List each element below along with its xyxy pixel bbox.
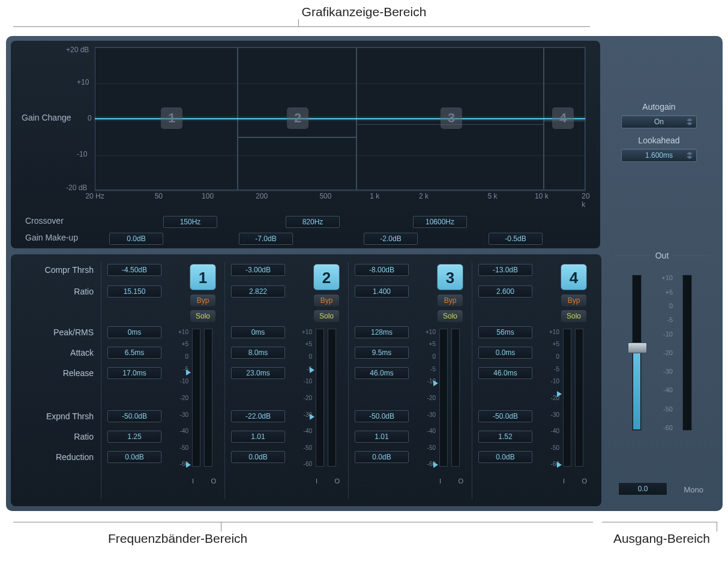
output-fader-knob[interactable] bbox=[628, 342, 647, 353]
peak-rms-field[interactable]: 0ms bbox=[107, 326, 161, 338]
input-meter bbox=[192, 329, 200, 467]
band-number-3[interactable]: 3 bbox=[441, 107, 462, 129]
peak-rms-field[interactable]: 0ms bbox=[231, 326, 285, 338]
parameter-labels: Compr Thrsh Ratio Peak/RMS Attack Releas… bbox=[17, 262, 101, 499]
expnd-thrsh-field[interactable]: -50.0dB bbox=[478, 410, 532, 422]
release-field[interactable]: 17.0ms bbox=[107, 367, 161, 379]
band-meter: +10 +5 0 -5 -10 -20 -30 -40 -50 -60 IO bbox=[294, 329, 342, 485]
y-tick: +10 bbox=[77, 78, 89, 86]
autogain-dropdown[interactable]: On bbox=[621, 115, 697, 128]
annotation-top-label: Grafikanzeige-Bereich bbox=[0, 0, 728, 20]
compr-threshold-marker-icon[interactable] bbox=[310, 367, 314, 373]
gain-makeup-3-field[interactable]: -2.0dB bbox=[364, 233, 418, 245]
reduction-field[interactable]: 0.0dB bbox=[231, 451, 285, 463]
gain-makeup-2-field[interactable]: -7.0dB bbox=[239, 233, 293, 245]
band-column-4: -13.0dB 2.600 4 Byp Solo 56ms 0.0ms 46.0… bbox=[472, 262, 595, 499]
band-number-1[interactable]: 1 bbox=[161, 107, 182, 129]
graphic-display-area: Gain Change +20 dB +10 0 -10 -20 dB bbox=[11, 41, 600, 248]
bypass-button[interactable]: Byp bbox=[437, 294, 463, 307]
y-tick: -20 dB bbox=[66, 184, 87, 192]
band-badge-1[interactable]: 1 bbox=[190, 264, 216, 290]
crossover-3-field[interactable]: 10600Hz bbox=[413, 216, 467, 228]
y-tick: 0 bbox=[88, 114, 92, 122]
plugin-window: Gain Change +20 dB +10 0 -10 -20 dB bbox=[6, 36, 723, 511]
band-badge-3[interactable]: 3 bbox=[437, 264, 463, 290]
reduction-field[interactable]: 0.0dB bbox=[355, 451, 409, 463]
input-meter bbox=[439, 329, 448, 467]
output-title: Out bbox=[606, 251, 718, 260]
compr-ratio-field[interactable]: 15.150 bbox=[107, 286, 161, 297]
annotation-output-label: Ausgang-Bereich bbox=[613, 531, 710, 546]
expnd-ratio-field[interactable]: 1.01 bbox=[355, 431, 409, 443]
peak-rms-field[interactable]: 128ms bbox=[355, 326, 409, 338]
band-number-4[interactable]: 4 bbox=[552, 107, 574, 129]
expnd-thrsh-field[interactable]: -22.0dB bbox=[231, 410, 285, 422]
compr-thrsh-field[interactable]: -3.00dB bbox=[231, 264, 285, 276]
band-column-2: -3.00dB 2.822 2 Byp Solo 0ms 8.0ms 23.0m… bbox=[224, 262, 348, 499]
release-field[interactable]: 46.0ms bbox=[355, 367, 409, 379]
reduction-field[interactable]: 0.0dB bbox=[107, 451, 161, 463]
compr-thrsh-field[interactable]: -4.50dB bbox=[107, 264, 161, 276]
band-meter: +10 +5 0 -5 -10 -20 -30 -40 -50 -60 IO bbox=[170, 329, 218, 485]
expnd-threshold-marker-icon[interactable] bbox=[186, 462, 191, 468]
expnd-ratio-field[interactable]: 1.01 bbox=[231, 431, 285, 443]
lookahead-field[interactable]: 1.600ms bbox=[621, 149, 697, 162]
expnd-threshold-marker-icon[interactable] bbox=[557, 462, 562, 468]
annotation-bottom: Frequenzbänder-Bereich Ausgang-Bereich bbox=[6, 511, 722, 553]
output-fader[interactable] bbox=[632, 275, 642, 431]
band-number-2[interactable]: 2 bbox=[287, 107, 308, 129]
mono-label: Mono bbox=[684, 485, 703, 494]
compr-ratio-field[interactable]: 2.600 bbox=[478, 286, 532, 297]
solo-button[interactable]: Solo bbox=[313, 309, 340, 323]
bypass-button[interactable]: Byp bbox=[190, 294, 216, 307]
reduction-field[interactable]: 0.0dB bbox=[478, 451, 532, 463]
solo-button[interactable]: Solo bbox=[561, 309, 587, 323]
release-field[interactable]: 46.0ms bbox=[478, 367, 532, 379]
solo-button[interactable]: Solo bbox=[190, 309, 216, 323]
compr-ratio-field[interactable]: 2.822 bbox=[231, 286, 285, 297]
gain-makeup-1-field[interactable]: 0.0dB bbox=[109, 233, 163, 245]
output-meter bbox=[575, 329, 583, 467]
output-scale: +10 +5 0 -5 -10 -20 -30 -40 -50 -60 bbox=[649, 275, 673, 431]
compr-ratio-field[interactable]: 1.400 bbox=[355, 286, 409, 297]
output-meter bbox=[451, 329, 460, 467]
y-tick: -10 bbox=[77, 150, 87, 158]
compr-threshold-marker-icon[interactable] bbox=[557, 391, 562, 397]
compr-thrsh-field[interactable]: -13.0dB bbox=[478, 264, 532, 276]
gain-makeup-label: Gain Make-up bbox=[25, 233, 78, 242]
output-value-field[interactable]: 0.0 bbox=[618, 482, 667, 495]
frequency-bands-area: Compr Thrsh Ratio Peak/RMS Attack Releas… bbox=[11, 254, 601, 506]
band-meter: +10 +5 0 -5 -10 -20 -30 -40 -50 -60 IO bbox=[541, 329, 589, 485]
y-tick: +20 dB bbox=[66, 46, 89, 54]
compr-threshold-marker-icon[interactable] bbox=[186, 369, 191, 375]
input-meter bbox=[563, 329, 571, 467]
compr-threshold-marker-icon[interactable] bbox=[433, 380, 438, 386]
bypass-button[interactable]: Byp bbox=[561, 294, 587, 307]
crossover-1-field[interactable]: 150Hz bbox=[163, 216, 217, 228]
attack-field[interactable]: 0.0ms bbox=[478, 347, 532, 359]
crossover-2-field[interactable]: 820Hz bbox=[286, 216, 340, 228]
output-meter bbox=[328, 329, 336, 467]
expnd-thrsh-field[interactable]: -50.0dB bbox=[107, 410, 161, 422]
attack-field[interactable]: 6.5ms bbox=[107, 347, 161, 359]
expnd-thrsh-field[interactable]: -50.0dB bbox=[355, 410, 409, 422]
x-axis-labels: 20 Hz 50 100 200 500 1 k 2 k 5 k 10 k 20… bbox=[95, 192, 586, 203]
bypass-button[interactable]: Byp bbox=[313, 294, 340, 307]
expnd-threshold-marker-icon[interactable] bbox=[310, 414, 314, 420]
solo-button[interactable]: Solo bbox=[437, 309, 463, 323]
gain-makeup-4-field[interactable]: -0.5dB bbox=[489, 233, 543, 245]
crossover-label: Crossover bbox=[25, 216, 64, 226]
expnd-ratio-field[interactable]: 1.52 bbox=[478, 431, 532, 443]
graph-plot[interactable]: 1 2 3 4 bbox=[95, 47, 586, 191]
expnd-threshold-marker-icon[interactable] bbox=[433, 462, 438, 468]
peak-rms-field[interactable]: 56ms bbox=[478, 326, 532, 338]
expnd-ratio-field[interactable]: 1.25 bbox=[107, 431, 161, 443]
band-column-3: -8.00dB 1.400 3 Byp Solo 128ms 9.5ms 46.… bbox=[348, 262, 472, 499]
attack-field[interactable]: 8.0ms bbox=[231, 347, 285, 359]
compr-thrsh-field[interactable]: -8.00dB bbox=[355, 264, 409, 276]
band-badge-4[interactable]: 4 bbox=[561, 264, 587, 290]
right-controls: Autogain On Lookahead 1.600ms bbox=[600, 41, 718, 248]
attack-field[interactable]: 9.5ms bbox=[355, 347, 409, 359]
band-badge-2[interactable]: 2 bbox=[313, 264, 340, 290]
release-field[interactable]: 23.0ms bbox=[231, 367, 285, 379]
